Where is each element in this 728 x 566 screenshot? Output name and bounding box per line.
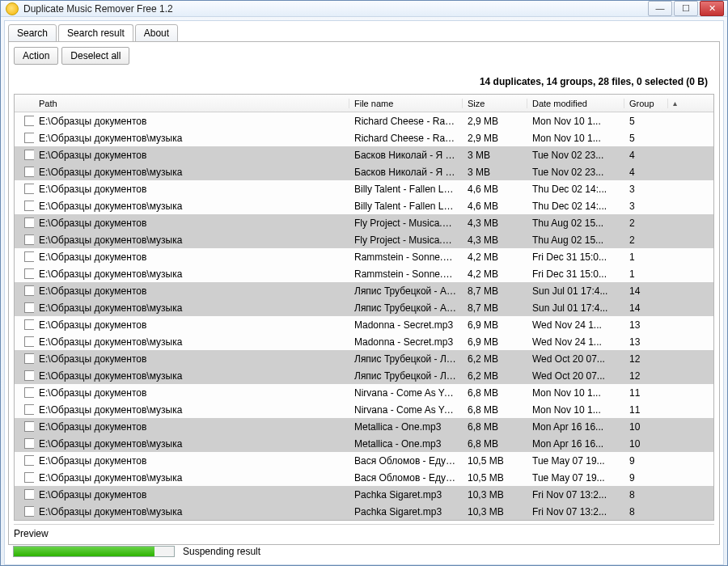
table-row[interactable]: E:\Образцы документовRammstein - Sonne.m… (15, 248, 713, 265)
cell-group: 9 (624, 455, 668, 467)
table-row[interactable]: E:\Образцы документов\музыкаЛяпис Трубец… (15, 299, 713, 316)
col-modified[interactable]: Date modified (527, 99, 624, 108)
table-row[interactable]: E:\Образцы документовБасков Николай - Я … (15, 146, 713, 163)
row-checkbox[interactable] (24, 268, 34, 279)
preview-label: Preview (14, 524, 714, 539)
col-group[interactable]: Group (624, 99, 668, 108)
row-checkbox[interactable] (24, 167, 34, 177)
cell-group: 1 (624, 268, 668, 280)
cell-size: 6,2 MB (463, 353, 527, 365)
tab-about[interactable]: About (135, 24, 178, 42)
row-checkbox[interactable] (24, 251, 34, 262)
row-checkbox[interactable] (24, 472, 34, 483)
row-checkbox[interactable] (24, 404, 34, 415)
row-checkbox[interactable] (24, 218, 34, 228)
tab-search-result[interactable]: Search result (58, 24, 133, 42)
row-checkbox[interactable] (24, 319, 34, 330)
row-checkbox[interactable] (24, 370, 34, 381)
table-row[interactable]: E:\Образцы документовMetallica - One.mp3… (15, 418, 713, 435)
minimize-button[interactable]: — (648, 1, 672, 16)
table-row[interactable]: E:\Образцы документов\музыкаPachka Sigar… (15, 503, 713, 520)
table-row[interactable]: E:\Образцы документов\музыкаЛяпис Трубец… (15, 367, 713, 384)
cell-path: E:\Образцы документов\музыка (34, 167, 349, 178)
table-row[interactable]: E:\Образцы документов\музыкаRichard Chee… (15, 129, 713, 146)
table-row[interactable]: E:\Образцы документов\музыкаNirvana - Co… (15, 401, 713, 418)
cell-size: 8,7 MB (463, 302, 527, 314)
cell-filename: Nirvana - Come As You ... (349, 387, 463, 399)
table-row[interactable]: E:\Образцы документовBilly Talent - Fall… (15, 180, 713, 197)
action-button[interactable]: Action (14, 47, 58, 65)
row-checkbox[interactable] (24, 387, 34, 398)
cell-filename: Nirvana - Come As You ... (349, 404, 463, 416)
row-checkbox[interactable] (24, 438, 34, 449)
cell-group: 4 (624, 167, 668, 178)
row-checkbox[interactable] (24, 201, 34, 211)
cell-group: 10 (624, 421, 668, 433)
row-checkbox[interactable] (24, 489, 34, 500)
row-checkbox[interactable] (24, 506, 34, 517)
table-row[interactable]: E:\Образцы документовMadonna - Secret.mp… (15, 316, 713, 333)
table-row[interactable]: E:\Образцы документовNirvana - Come As Y… (15, 384, 713, 401)
cell-filename: Басков Николай - Я Бу... (349, 167, 463, 178)
cell-size: 10,5 MB (463, 455, 527, 467)
table-row[interactable]: E:\Образцы документов\музыкаВася Обломов… (15, 469, 713, 486)
table-row[interactable]: E:\Образцы документовВася Обломов - Еду … (15, 452, 713, 469)
col-path[interactable]: Path (34, 99, 349, 108)
row-checkbox[interactable] (24, 285, 34, 296)
cell-modified: Thu Aug 02 15... (527, 218, 624, 229)
cell-modified: Wed Nov 24 1... (527, 319, 624, 331)
table-row[interactable]: E:\Образцы документов\музыкаMetallica - … (15, 435, 713, 452)
row-checkbox[interactable] (24, 302, 34, 313)
cell-path: E:\Образцы документов\музыка (34, 506, 349, 517)
cell-modified: Tue Nov 02 23... (527, 167, 624, 178)
cell-modified: Mon Nov 10 1... (527, 133, 624, 144)
footer-status-text: Suspending result (183, 546, 260, 557)
cell-filename: Fly Project - Musica.mp3 (349, 234, 463, 246)
cell-modified: Mon Apr 16 16... (527, 438, 624, 450)
cell-size: 6,8 MB (463, 404, 527, 416)
table-body[interactable]: E:\Образцы документовRichard Cheese - Ra… (15, 112, 713, 520)
row-checkbox[interactable] (24, 353, 34, 364)
cell-modified: Thu Dec 02 14:... (527, 201, 624, 212)
maximize-button[interactable]: ☐ (674, 1, 698, 16)
cell-size: 8,7 MB (463, 285, 527, 297)
cell-filename: Ляпис Трубецкой - Ла... (349, 370, 463, 382)
cell-filename: Pachka Sigaret.mp3 (349, 506, 463, 517)
table-row[interactable]: E:\Образцы документовRichard Cheese - Ra… (15, 112, 713, 129)
cell-path: E:\Образцы документов (34, 421, 349, 433)
toolbar: Action Deselect all (14, 47, 714, 65)
table-row[interactable]: E:\Образцы документовPachka Sigaret.mp31… (15, 486, 713, 503)
table-row[interactable]: E:\Образцы документов\музыкаMadonna - Se… (15, 333, 713, 350)
row-checkbox[interactable] (24, 455, 34, 466)
cell-filename: Madonna - Secret.mp3 (349, 319, 463, 331)
col-filename[interactable]: File name (349, 99, 463, 108)
table-row[interactable]: E:\Образцы документовЛяпис Трубецкой - Л… (15, 350, 713, 367)
cell-path: E:\Образцы документов (34, 150, 349, 161)
row-checkbox[interactable] (24, 133, 34, 143)
cell-modified: Fri Nov 07 13:2... (527, 506, 624, 517)
tab-search[interactable]: Search (8, 24, 57, 42)
table-row[interactable]: E:\Образцы документовЛяпис Трубецкой - А… (15, 282, 713, 299)
table-row[interactable]: E:\Образцы документов\музыкаБасков Никол… (15, 163, 713, 180)
cell-path: E:\Образцы документов (34, 251, 349, 263)
table-row[interactable]: E:\Образцы документов\музыкаBilly Talent… (15, 197, 713, 214)
cell-path: E:\Образцы документов\музыка (34, 370, 349, 382)
row-checkbox[interactable] (24, 234, 34, 245)
row-checkbox[interactable] (24, 116, 34, 126)
row-checkbox[interactable] (24, 150, 34, 160)
cell-filename: Fly Project - Musica.mp3 (349, 218, 463, 229)
cell-filename: Metallica - One.mp3 (349, 438, 463, 450)
table-row[interactable]: E:\Образцы документов\музыкаRammstein - … (15, 265, 713, 282)
row-checkbox[interactable] (24, 184, 34, 194)
row-checkbox[interactable] (24, 421, 34, 432)
cell-group: 2 (624, 234, 668, 246)
cell-group: 12 (624, 353, 668, 365)
deselect-all-button[interactable]: Deselect all (61, 47, 129, 65)
col-size[interactable]: Size (463, 99, 527, 108)
row-checkbox[interactable] (24, 336, 34, 347)
table-row[interactable]: E:\Образцы документовFly Project - Music… (15, 214, 713, 231)
cell-size: 6,9 MB (463, 319, 527, 331)
close-button[interactable]: ✕ (700, 1, 724, 16)
cell-filename: Вася Обломов - Еду в ... (349, 472, 463, 484)
table-row[interactable]: E:\Образцы документов\музыкаFly Project … (15, 231, 713, 248)
